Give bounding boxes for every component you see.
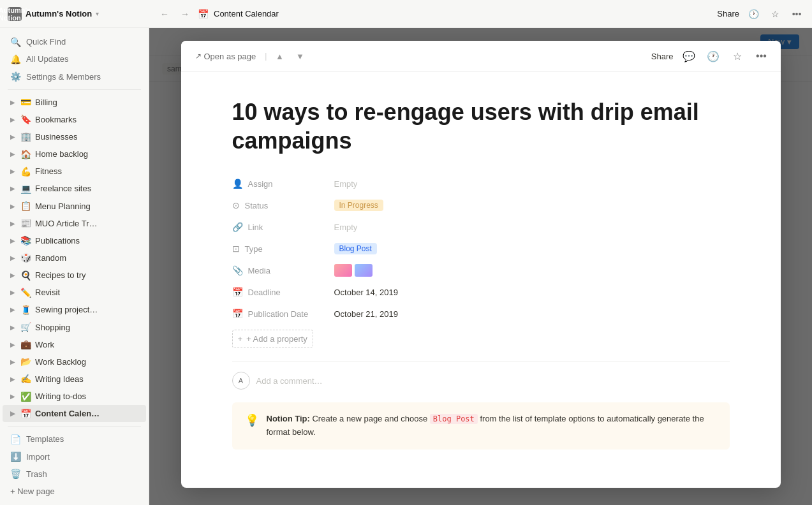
home-icon: 🏠 [20,149,31,159]
modal-star-icon[interactable]: ☆ [728,47,746,65]
property-label-media: 📎 Media [232,265,334,275]
sewing-icon: 🧵 [20,305,31,315]
modal-history-icon[interactable]: 🕐 [704,47,722,65]
link-value: Empty [334,223,358,232]
sidebar-item-label-recipes: Recipes to try [35,270,138,280]
bookmarks-icon: 🔖 [20,114,31,124]
modal-comment-icon[interactable]: 💬 [680,47,698,65]
sidebar-item-bookmarks[interactable]: ▶ 🔖 Bookmarks [3,111,146,128]
media-label-text: Media [248,266,270,275]
add-property-button[interactable]: + + Add a property [232,330,313,348]
property-row-link[interactable]: 🔗 Link Empty [232,216,730,238]
sidebar-item-label-muo: MUO Article Tr… [35,219,138,228]
content-calendar-icon: 📅 [20,409,31,419]
property-row-type[interactable]: ⊡ Type Blog Post [232,238,730,260]
status-icon: ⊙ [232,200,240,210]
sidebar-item-content-calendar[interactable]: ▶ 📅 Content Calen… [3,405,146,422]
businesses-icon: 🏢 [20,131,31,142]
property-value-link: Empty [334,223,730,232]
link-label-text: Link [248,223,263,232]
templates-icon: 📄 [10,434,21,444]
sidebar-item-work[interactable]: ▶ 💼 Work [3,336,146,353]
modal-topbar: ↗ Open as page | ▲ ▼ Share 💬 🕐 ☆ ••• [181,41,781,72]
modal-more-icon[interactable]: ••• [753,47,771,65]
import-icon: ⬇️ [10,451,21,462]
open-as-page-arrow-icon: ↗ [195,52,202,61]
tip-text-before-label: Create a new page and choose [312,414,427,423]
sidebar-item-fitness[interactable]: ▶ 💪 Fitness [3,163,146,180]
sidebar-item-billing[interactable]: ▶ 💳 Billing [3,94,146,111]
star-icon[interactable]: ☆ [767,6,783,22]
sidebar-item-label-bookmarks: Bookmarks [35,115,138,124]
sidebar-chevron-icon: ▶ [10,220,15,227]
nav-back-button[interactable]: ← [157,6,172,22]
sidebar-item-import[interactable]: ⬇️ Import [3,448,146,465]
sidebar-item-writing-todos[interactable]: ▶ ✅ Writing to-dos [3,388,146,405]
billing-icon: 💳 [20,97,31,107]
updates-icon[interactable]: 🕐 [746,6,761,22]
tip-code-label: Blog Post [430,414,478,424]
modal-topbar-right: Share 💬 🕐 ☆ ••• [651,47,771,65]
search-icon: 🔍 [10,37,21,47]
sidebar-item-writing-ideas[interactable]: ▶ ✍️ Writing Ideas [3,370,146,388]
sidebar-item-freelance-sites[interactable]: ▶ 💻 Freelance sites [3,180,146,197]
random-icon: 🎲 [20,252,31,263]
publications-icon: 📚 [20,235,31,245]
shopping-icon: 🛒 [20,322,31,332]
sidebar-item-revisit[interactable]: ▶ ✏️ Revisit [3,284,146,301]
sidebar-item-businesses[interactable]: ▶ 🏢 Businesses [3,128,146,145]
property-row-status[interactable]: ⊙ Status In Progress [232,194,730,216]
property-label-type: ⊡ Type [232,244,334,254]
topbar-share-button[interactable]: Share [717,9,739,18]
topbar: Autumn's Notion Autumn's Notion ▾ ← → 📅 … [0,0,812,28]
open-as-page-button[interactable]: ↗ Open as page [191,50,260,62]
sidebar-item-label-work-backlog: Work Backlog [35,357,138,367]
type-badge: Blog Post [334,243,377,254]
page-breadcrumb-icon: 📅 [198,9,209,19]
work-backlog-icon: 📂 [20,356,31,367]
property-label-link: 🔗 Link [232,222,334,232]
sidebar-item-sewing[interactable]: ▶ 🧵 Sewing project… [3,301,146,318]
sidebar-item-trash[interactable]: 🗑️ Trash [3,465,146,483]
deadline-value: October 14, 2019 [334,288,398,297]
sidebar-chevron-icon: ▶ [10,168,15,175]
property-row-deadline[interactable]: 📅 Deadline October 14, 2019 [232,281,730,303]
sidebar-item-all-updates[interactable]: 🔔 All Updates [3,50,146,68]
property-label-status: ⊙ Status [232,200,334,210]
sidebar-item-menu-planning[interactable]: ▶ 📋 Menu Planning [3,197,146,214]
sidebar-item-shopping[interactable]: ▶ 🛒 Shopping [3,318,146,335]
property-value-status: In Progress [334,200,730,211]
modal-overlay: ↗ Open as page | ▲ ▼ Share 💬 🕐 ☆ ••• [149,28,812,505]
sidebar-item-recipes[interactable]: ▶ 🍳 Recipes to try [3,267,146,284]
trash-icon: 🗑️ [10,469,21,479]
sidebar-item-publications[interactable]: ▶ 📚 Publications [3,232,146,249]
sidebar-item-label-work: Work [35,340,138,349]
more-options-icon[interactable]: ••• [789,6,804,22]
sidebar-item-templates[interactable]: 📄 Templates [3,430,146,448]
property-row-publication-date[interactable]: 📅 Publication Date October 21, 2019 [232,303,730,325]
sidebar-item-muo[interactable]: ▶ 📰 MUO Article Tr… [3,215,146,232]
work-icon: 💼 [20,339,31,349]
sidebar-new-page-button[interactable]: + New page [3,483,146,500]
sidebar-divider [8,89,141,90]
sidebar-item-quick-find[interactable]: 🔍 Quick Find [3,33,146,50]
property-label-publication-date: 📅 Publication Date [232,309,334,319]
sidebar-item-label-businesses: Businesses [35,132,138,142]
sidebar-item-work-backlog[interactable]: ▶ 📂 Work Backlog [3,353,146,370]
workspace-avatar: Autumn's Notion [8,7,22,21]
modal-share-button[interactable]: Share [651,52,674,61]
sidebar-item-home-backlog[interactable]: ▶ 🏠 Home backlog [3,145,146,163]
comment-row: A Add a comment… [232,372,730,400]
modal-nav-up-button[interactable]: ▲ [272,48,287,64]
sidebar-item-random[interactable]: ▶ 🎲 Random [3,249,146,267]
sidebar-item-settings[interactable]: ⚙️ Settings & Members [3,68,146,85]
nav-forward-button[interactable]: → [177,6,193,22]
modal-nav-down-button[interactable]: ▼ [292,48,307,64]
media-icon: 📎 [232,265,243,275]
link-icon: 🔗 [232,222,243,232]
comment-input[interactable]: Add a comment… [256,376,730,386]
sidebar-chevron-icon: ▶ [10,185,15,192]
property-row-media[interactable]: 📎 Media [232,260,730,281]
sidebar-util-label: Quick Find [26,37,138,47]
property-row-assign[interactable]: 👤 Assign Empty [232,173,730,194]
